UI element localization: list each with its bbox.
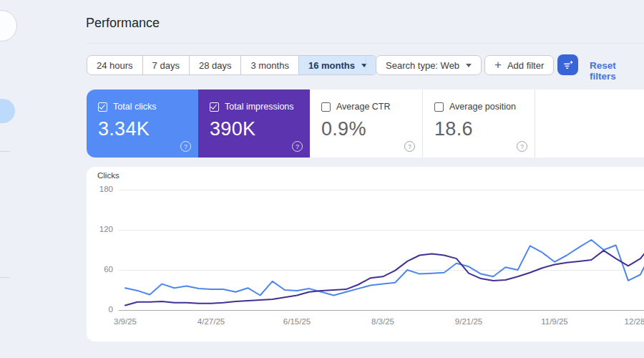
filter-sparkle-icon <box>562 59 575 72</box>
cards-row-filler <box>535 90 644 158</box>
metric-value: 390K <box>210 118 310 140</box>
performance-chart-card: Clicks 0601201803/9/254/27/256/15/258/3/… <box>87 167 644 342</box>
property-selector-button[interactable] <box>0 10 17 42</box>
smart-filter-button[interactable] <box>557 54 578 75</box>
total-clicks-card[interactable]: Total clicks 3.34K ? <box>87 90 198 158</box>
checkbox-unchecked-icon[interactable] <box>321 102 331 112</box>
checkbox-unchecked-icon[interactable] <box>434 102 444 112</box>
search-type-chip[interactable]: Search type: Web <box>376 55 482 75</box>
sidebar-divider <box>0 151 10 152</box>
total-impressions-card[interactable]: Total impressions 390K ? <box>198 90 310 158</box>
impressions-line <box>125 243 644 306</box>
add-filter-label: Add filter <box>507 60 544 71</box>
sidebar-divider <box>0 277 10 278</box>
average-ctr-card[interactable]: Average CTR 0.9% ? <box>310 90 422 158</box>
metric-value: 18.6 <box>434 118 535 140</box>
range-chip-3-months[interactable]: 3 months <box>241 56 298 74</box>
chart-lines <box>87 167 644 342</box>
help-icon[interactable]: ? <box>517 141 527 152</box>
help-icon[interactable]: ? <box>292 141 303 152</box>
search-console-performance-page: Performance 24 hours 7 days 28 days 3 mo… <box>0 0 644 358</box>
range-chip-28-days[interactable]: 28 days <box>190 56 242 74</box>
average-position-card[interactable]: Average position 18.6 ? <box>422 90 535 158</box>
clicks-line <box>125 240 644 296</box>
metric-label: Total clicks <box>113 102 156 112</box>
metric-label: Total impressions <box>225 102 294 112</box>
metric-label: Average position <box>449 102 516 112</box>
search-type-label: Search type: Web <box>386 60 459 71</box>
help-icon[interactable]: ? <box>404 141 415 152</box>
checkbox-checked-icon[interactable] <box>98 102 107 112</box>
plus-icon: + <box>494 59 502 71</box>
metric-cards-row: Total clicks 3.34K ? Total impressions 3… <box>87 90 644 158</box>
filter-row-divider <box>366 57 366 72</box>
range-chip-7-days[interactable]: 7 days <box>143 56 190 74</box>
metric-value: 0.9% <box>321 118 422 140</box>
date-range-selector: 24 hours 7 days 28 days 3 months 16 mont… <box>87 55 377 75</box>
sidebar-selected-item-remnant[interactable] <box>0 99 15 123</box>
range-chip-16-months[interactable]: 16 months <box>299 56 376 74</box>
header-divider <box>86 43 644 44</box>
range-chip-label: 16 months <box>308 60 355 71</box>
reset-filters-link[interactable]: Reset filters <box>590 60 644 82</box>
chevron-down-icon <box>466 64 472 67</box>
add-filter-button[interactable]: + Add filter <box>484 55 554 75</box>
page-title: Performance <box>86 16 160 31</box>
metric-value: 3.34K <box>98 118 198 140</box>
metric-label: Average CTR <box>336 102 391 112</box>
help-icon[interactable]: ? <box>180 141 191 152</box>
checkbox-checked-icon[interactable] <box>210 102 219 112</box>
range-chip-24-hours[interactable]: 24 hours <box>87 56 143 74</box>
performance-chart[interactable]: Clicks 0601201803/9/254/27/256/15/258/3/… <box>87 167 644 342</box>
